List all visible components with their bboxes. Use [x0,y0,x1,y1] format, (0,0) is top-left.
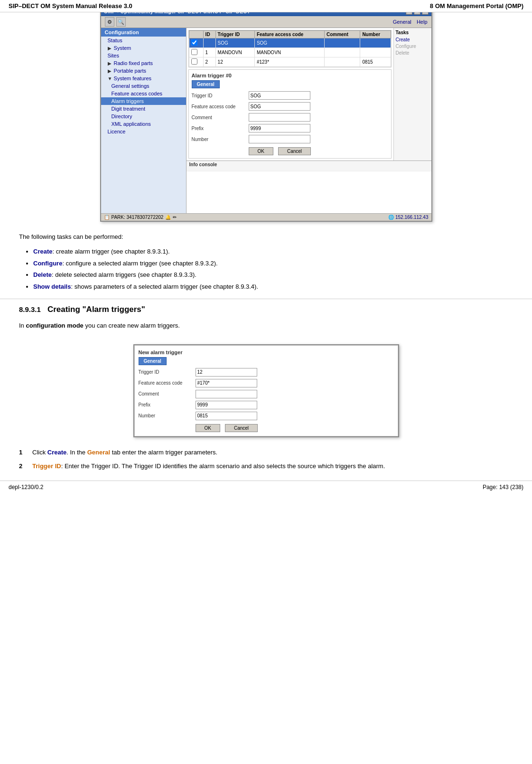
input-prefix[interactable] [249,124,310,132]
park-icon: 📋 [104,215,110,220]
bullet-delete-label: Delete [33,271,52,278]
bullet-configure-label: Configure [33,260,62,267]
statusbar-left: 📋 PARK: 34178307272202 🔔 ✏ [104,215,177,220]
row-id-2: 2 [203,57,215,67]
bullet-list: Create: create alarm trigger (see chapte… [19,247,513,292]
cancel-button[interactable]: Cancel [278,147,311,155]
row-comment-1 [324,48,360,57]
new-input-prefix[interactable] [196,401,257,409]
table-row[interactable]: 2 12 #123* 0815 [189,57,391,67]
new-form-row-trigger-id: Trigger ID [139,368,394,377]
task-configure[interactable]: Configure [396,44,429,49]
label-trigger-id: Trigger ID [192,93,249,98]
input-number[interactable] [249,135,310,143]
table-row[interactable]: 1 MANDOVN MANDOVN [189,48,391,57]
sidebar-item-status[interactable]: Status [101,37,186,44]
sidebar-item-system[interactable]: ▶ System [101,44,186,52]
row-checkbox-0[interactable] [191,39,197,46]
omp-statusbar: 📋 PARK: 34178307272202 🔔 ✏ 🌐 152.166.112… [101,213,431,221]
sidebar-item-alarm-triggers[interactable]: Alarm triggers [101,97,186,105]
sidebar-item-licence[interactable]: Licence [101,128,186,135]
intro-text: The following tasks can be performed: [19,232,513,242]
new-form-row-comment: Comment [139,390,394,398]
sidebar-item-radio-fixed-parts[interactable]: ▶ Radio fixed parts [101,59,186,67]
page-header: SIP–DECT OM System Manual Release 3.0 8 … [0,0,532,12]
menu-help[interactable]: Help [417,19,428,25]
omp-window: OMP - OpenMobility Manager SIP-DECT 3.0R… [100,6,432,222]
sidebar-item-general-settings[interactable]: General settings [101,82,186,90]
row-fac-2: #123* [254,57,324,67]
tasks-title: Tasks [396,30,429,35]
omp-content-area: ID Trigger ID Feature access code Commen… [187,28,431,160]
form-title: Alarm trigger #0 [192,73,388,78]
col-number: Number [360,31,391,38]
row-id-1: 1 [203,48,215,57]
row-number-2: 0815 [360,57,391,67]
omp-menu-links: General Help [390,19,428,25]
row-number-0 [360,38,391,48]
form-buttons: OK Cancel [249,147,388,155]
new-form-row-fac: Feature access code [139,379,394,387]
step-num-1: 1 [19,448,28,458]
tab-general[interactable]: General [192,80,220,88]
list-item: Show details: shows parameters of a sele… [33,282,513,292]
new-cancel-button[interactable]: Cancel [225,424,258,432]
new-input-trigger-id[interactable] [196,368,257,377]
omp-content: ID Trigger ID Feature access code Commen… [187,28,393,160]
bullet-create-text: : create alarm trigger (see chapter 8.9.… [52,248,169,255]
sidebar-item-digit-treatment[interactable]: Digit treatment [101,105,186,113]
alarm-triggers-table: ID Trigger ID Feature access code Commen… [189,30,391,67]
search-icon[interactable]: 🔍 [116,17,126,27]
row-checkbox-1[interactable] [191,49,197,55]
row-fac-1: MANDOVN [254,48,324,57]
omp-toolbar-icons: ⚙ 🔍 [105,17,126,27]
new-alarm-form-container: New alarm trigger General Trigger ID Fea… [134,345,398,436]
col-checkbox [189,31,203,38]
statusbar-ip: 🌐 152.166.112.43 [388,215,428,220]
ok-button[interactable]: OK [249,147,273,155]
col-trigger-id: Trigger ID [215,31,254,38]
tasks-panel: Tasks Create Configure Delete [393,28,431,160]
sidebar-item-system-features[interactable]: ▼ System features [101,75,186,82]
menu-general[interactable]: General [393,19,411,25]
row-checkbox-2[interactable] [191,58,197,65]
col-id: ID [203,31,215,38]
new-input-comment[interactable] [196,390,257,398]
new-label-trigger-id: Trigger ID [139,369,196,375]
footer-left: depl-1230/0.2 [9,484,43,490]
input-comment[interactable] [249,113,310,122]
list-item: Create: create alarm trigger (see chapte… [33,247,513,257]
new-input-number[interactable] [196,412,257,420]
form-row-comment: Comment [192,113,388,122]
new-ok-button[interactable]: OK [196,424,220,432]
input-trigger-id[interactable] [249,91,310,100]
new-alarm-tab-general[interactable]: General [139,357,167,365]
bullet-configure-text: : configure a selected alarm trigger (se… [62,260,217,267]
sidebar-item-directory[interactable]: Directory [101,113,186,120]
task-create[interactable]: Create [396,37,429,42]
header-right: 8 OM Management Portal (OMP) [430,2,523,9]
label-comment: Comment [192,115,249,120]
row-id-0 [203,38,215,48]
alarm-trigger-form: Alarm trigger #0 General Trigger ID Feat… [188,69,392,159]
row-trigger-id-2: 12 [215,57,254,67]
sidebar-item-portable-parts[interactable]: ▶ Portable parts [101,67,186,75]
sidebar-item-sites[interactable]: Sites [101,52,186,59]
sidebar-item-feature-access-codes[interactable]: Feature access codes [101,90,186,97]
new-alarm-form-title: New alarm trigger [139,349,394,355]
step1-general-label: General [87,449,110,456]
sidebar-item-xml-applications[interactable]: XML applications [101,120,186,128]
gear-icon[interactable]: ⚙ [105,17,114,27]
page-footer: depl-1230/0.2 Page: 143 (238) [0,481,532,493]
task-delete[interactable]: Delete [396,50,429,56]
step1-create-link: Create [47,449,66,456]
new-input-fac[interactable] [196,379,257,387]
header-spacer [0,493,532,507]
row-comment-2 [324,57,360,67]
step-row-2: 2 Trigger ID: Enter the Trigger ID. The … [19,462,513,472]
row-fac-0: SOG [254,38,324,48]
input-fac[interactable] [249,102,310,111]
step2-trigger-id-label: Trigger ID [32,462,61,470]
new-form-row-prefix: Prefix [139,401,394,409]
table-row[interactable]: SOG SOG [189,38,391,48]
